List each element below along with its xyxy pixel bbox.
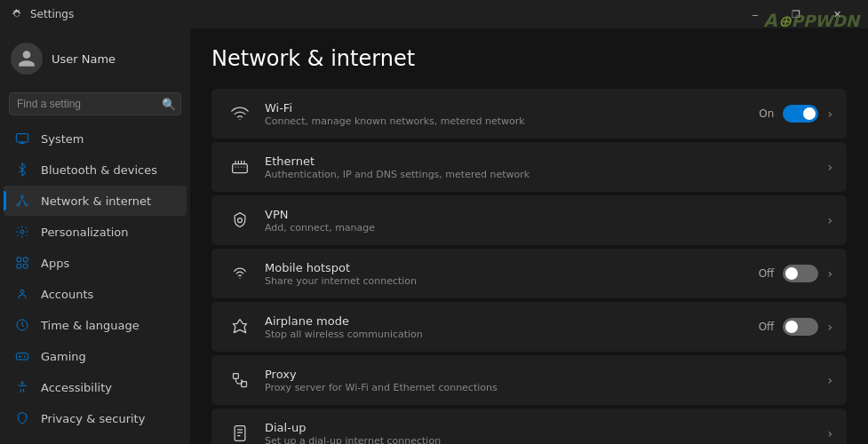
network-nav-icon <box>14 193 30 209</box>
accessibility-nav-icon <box>14 379 30 395</box>
settings-item-ethernet[interactable]: Ethernet Authentication, IP and DNS sett… <box>211 142 847 192</box>
svg-point-12 <box>21 382 24 385</box>
sidebar-item-label: Personalization <box>41 226 176 239</box>
sidebar-item-personalization[interactable]: Personalization <box>4 217 187 247</box>
app-body: User Name 🔍 System Bluetooth & devices N… <box>0 28 868 444</box>
toggle-hotspot[interactable] <box>783 265 818 282</box>
svg-point-2 <box>17 203 20 206</box>
sidebar-item-time[interactable]: Time & language <box>4 310 187 340</box>
item-right-vpn: › <box>827 213 832 227</box>
item-text-vpn: VPN Add, connect, manage <box>265 208 816 234</box>
sidebar-item-label: Gaming <box>41 350 176 363</box>
item-right-wifi: On › <box>759 105 832 123</box>
svg-rect-7 <box>17 264 21 268</box>
bluetooth-nav-icon <box>14 162 30 178</box>
svg-point-1 <box>21 195 24 198</box>
item-text-ethernet: Ethernet Authentication, IP and DNS sett… <box>265 155 816 180</box>
settings-icon <box>11 8 23 20</box>
item-text-dialup: Dial-up Set up a dial-up internet connec… <box>265 421 816 445</box>
toggle-airplane[interactable] <box>783 318 818 336</box>
item-title-proxy: Proxy <box>265 368 816 381</box>
page-title: Network & internet <box>211 46 847 71</box>
sidebar-item-label: Apps <box>41 257 176 270</box>
sidebar-item-gaming[interactable]: Gaming <box>4 341 187 371</box>
toggle-wifi[interactable] <box>783 105 818 123</box>
sidebar-item-accounts[interactable]: Accounts <box>4 279 187 309</box>
avatar <box>11 43 43 75</box>
svg-point-3 <box>25 203 28 206</box>
settings-item-airplane[interactable]: Airplane mode Stop all wireless communic… <box>211 302 847 352</box>
airplane-icon <box>226 318 254 336</box>
svg-rect-8 <box>23 264 28 268</box>
nav-container: System Bluetooth & devices Network & int… <box>0 123 190 444</box>
item-subtitle-vpn: Add, connect, manage <box>265 222 816 234</box>
wifi-icon <box>226 105 254 123</box>
search-box: 🔍 <box>9 92 181 115</box>
settings-item-hotspot[interactable]: Mobile hotspot Share your internet conne… <box>211 249 847 298</box>
item-subtitle-hotspot: Share your internet connection <box>265 275 748 287</box>
svg-rect-15 <box>234 374 239 379</box>
vpn-icon <box>226 211 254 229</box>
hotspot-icon <box>226 265 254 282</box>
item-subtitle-wifi: Connect, manage known networks, metered … <box>265 115 748 127</box>
main-content: Network & internet Wi-Fi Connect, manage… <box>190 28 868 444</box>
item-subtitle-ethernet: Authentication, IP and DNS settings, met… <box>265 169 816 180</box>
settings-item-vpn[interactable]: VPN Add, connect, manage › <box>211 195 847 245</box>
maximize-button[interactable]: ❐ <box>776 0 816 28</box>
sidebar-item-label: Network & internet <box>41 194 176 208</box>
settings-item-proxy[interactable]: Proxy Proxy server for Wi-Fi and Etherne… <box>211 355 847 405</box>
toggle-label-hotspot: Off <box>759 267 775 280</box>
sidebar-item-system[interactable]: System <box>4 123 187 154</box>
settings-item-wifi[interactable]: Wi-Fi Connect, manage known networks, me… <box>211 89 847 139</box>
item-title-vpn: VPN <box>265 208 816 221</box>
item-right-proxy: › <box>827 373 832 387</box>
toggle-label-airplane: Off <box>759 321 775 333</box>
sidebar-item-update[interactable]: Windows Update <box>4 434 187 444</box>
window-controls: – ❐ ✕ <box>735 0 857 28</box>
item-text-airplane: Airplane mode Stop all wireless communic… <box>265 314 748 340</box>
toggle-label-wifi: On <box>759 107 774 120</box>
dialup-icon <box>226 424 254 442</box>
sidebar-item-label: Accounts <box>41 288 176 301</box>
chevron-icon-hotspot: › <box>827 266 832 281</box>
minimize-button[interactable]: – <box>735 0 776 28</box>
svg-rect-13 <box>233 164 248 173</box>
sidebar-item-accessibility[interactable]: Accessibility <box>4 372 187 402</box>
sidebar-item-label: Bluetooth & devices <box>41 163 176 177</box>
svg-rect-17 <box>235 426 245 441</box>
item-right-dialup: › <box>827 426 832 440</box>
settings-item-dialup[interactable]: Dial-up Set up a dial-up internet connec… <box>211 408 847 444</box>
gaming-nav-icon <box>14 348 30 364</box>
item-right-hotspot: Off › <box>759 265 832 282</box>
search-input[interactable] <box>9 92 181 115</box>
chevron-icon-ethernet: › <box>827 160 832 174</box>
ethernet-icon <box>226 158 254 176</box>
sidebar-item-label: Accessibility <box>41 381 176 394</box>
svg-point-14 <box>238 218 243 223</box>
svg-rect-6 <box>23 258 28 262</box>
search-icon[interactable]: 🔍 <box>162 98 176 111</box>
item-title-wifi: Wi-Fi <box>265 101 748 115</box>
item-title-ethernet: Ethernet <box>265 155 816 168</box>
item-subtitle-proxy: Proxy server for Wi-Fi and Ethernet conn… <box>265 382 816 393</box>
svg-rect-5 <box>17 258 21 262</box>
proxy-icon <box>226 371 254 389</box>
item-title-airplane: Airplane mode <box>265 314 748 328</box>
item-title-dialup: Dial-up <box>265 421 816 434</box>
sidebar-item-label: Time & language <box>41 319 176 332</box>
sidebar-item-apps[interactable]: Apps <box>4 248 187 278</box>
sidebar-item-privacy[interactable]: Privacy & security <box>4 403 187 433</box>
item-text-proxy: Proxy Proxy server for Wi-Fi and Etherne… <box>265 368 816 393</box>
close-button[interactable]: ✕ <box>816 0 857 28</box>
system-nav-icon <box>14 131 30 147</box>
chevron-icon-vpn: › <box>827 213 832 227</box>
sidebar-item-network[interactable]: Network & internet <box>4 186 187 216</box>
chevron-icon-proxy: › <box>827 373 832 387</box>
item-right-ethernet: › <box>827 160 832 174</box>
item-text-wifi: Wi-Fi Connect, manage known networks, me… <box>265 101 748 127</box>
sidebar-item-bluetooth[interactable]: Bluetooth & devices <box>4 155 187 185</box>
svg-rect-0 <box>16 134 28 142</box>
user-profile[interactable]: User Name <box>0 28 190 89</box>
privacy-nav-icon <box>14 410 30 426</box>
chevron-icon-dialup: › <box>827 426 832 440</box>
